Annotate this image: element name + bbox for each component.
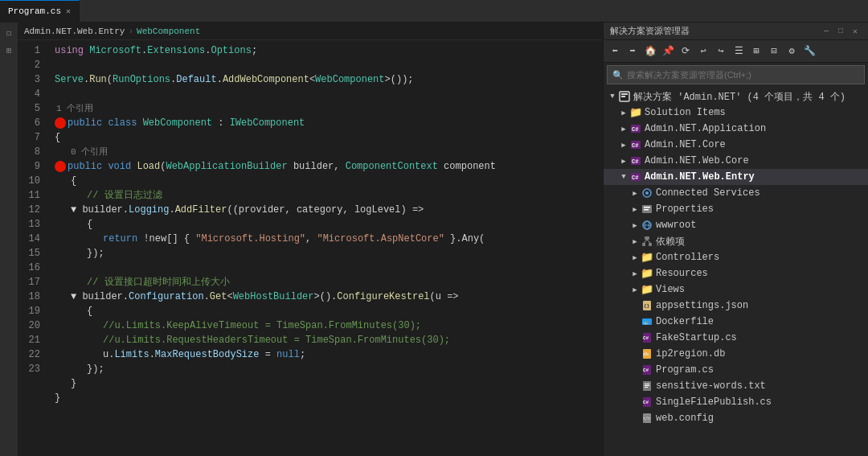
cs-project-icon-core: C# [629,138,642,151]
tree-item-program-cs[interactable]: C# Program.cs [604,362,868,378]
tree-arrow-admin-net-web-core[interactable] [618,155,629,166]
code-line-23: } [51,391,603,405]
se-tool-undo[interactable]: ↩ [695,43,711,60]
tree-label-dependencies: 依赖项 [656,235,685,249]
se-tool-view1[interactable]: ☰ [731,43,747,60]
tree-item-admin-net-app[interactable]: C# Admin.NET.Application [604,121,868,137]
svg-text:C#: C# [643,335,649,341]
svg-rect-15 [644,209,649,211]
tree-item-admin-net-web-core[interactable]: C# Admin.NET.Web.Core [604,153,868,169]
tree-item-controllers[interactable]: 📁 Controllers [604,249,868,265]
svg-text:C#: C# [643,400,649,405]
tree-item-resources[interactable]: 📁 Resources [604,265,868,281]
tree-arrow-solution[interactable] [607,91,618,102]
tree-item-single-file-publish[interactable]: C# SingleFilePublish.cs [604,394,868,410]
tree-arrow-admin-net-core[interactable] [618,139,629,150]
tree-arrow-controllers[interactable] [629,252,641,263]
tree-arrow-resources[interactable] [629,268,641,279]
se-btn-maximize[interactable]: □ [834,25,847,38]
tree-label-program-cs: Program.cs [656,364,714,376]
tree-item-solution[interactable]: 解决方案 'Admin.NET' (4 个项目，共 4 个) [604,88,868,105]
se-tool-forward[interactable]: ➡ [624,43,641,60]
tree-item-admin-net-web-entry[interactable]: C# Admin.NET.Web.Entry [604,169,868,185]
tree-arrow-properties[interactable] [629,203,641,215]
cs-file-icon-program: C# [641,364,653,376]
tree-arrow-wwwroot[interactable] [629,220,641,231]
tree-item-admin-net-core[interactable]: C# Admin.NET.Core [604,137,868,153]
tree-item-connected-services[interactable]: Connected Services [604,185,868,201]
activity-icon-1[interactable]: ◻ [2,26,16,40]
se-tree[interactable]: 解决方案 'Admin.NET' (4 个项目，共 4 个) 📁 Solutio… [604,87,868,456]
token: component [438,159,496,174]
tree-item-wwwroot[interactable]: wwwroot [604,217,868,233]
tab-close-btn[interactable]: ✕ [66,6,71,16]
se-tool-settings[interactable]: ⚙ [784,43,800,60]
line-num-6: 6 [18,116,45,130]
code-line-16: ▼ builder.Configuration.Get<WebHostBuild… [51,290,603,304]
activity-icon-2[interactable]: ⊞ [2,43,16,58]
tree-arrow-solution-items[interactable] [618,107,629,118]
se-tool-view2[interactable]: ⊞ [748,43,764,60]
se-search-bar[interactable]: 🔍 [607,65,865,84]
tree-label-sensitive-words: sensitive-words.txt [656,380,766,392]
se-tool-view3[interactable]: ⊟ [766,43,782,60]
tree-label-views: Views [656,284,685,295]
se-tool-refresh[interactable]: ⟳ [678,43,694,60]
tree-label-properties: Properties [656,203,714,215]
json-icon: {} [641,299,653,312]
tree-item-sensitive-words[interactable]: sensitive-words.txt [604,378,868,394]
tree-arrow-admin-net-app[interactable] [618,123,629,134]
token: using [55,43,89,58]
token: public [68,159,108,174]
code-line-13: }); [51,246,603,261]
config-icon: </> [641,412,653,425]
tree-item-appsettings[interactable]: {} appsettings.json [604,298,868,314]
tree-arrow-dependencies[interactable] [629,236,641,247]
tree-item-dockerfile[interactable]: 🐳 Dockerfile [604,314,868,330]
token: (u => [430,290,459,304]
token: u [55,347,108,362]
se-search-input[interactable] [627,70,772,80]
line-num-14: 14 [18,232,45,246]
token: Configuration [129,290,204,304]
tree-arrow-views[interactable] [629,284,641,295]
se-btn-minimize[interactable]: — [820,25,833,38]
code-line-4 [51,87,603,101]
token: WebComponent [143,116,212,130]
code-line-10: ▼ builder.Logging.AddFilter((provider, c… [51,203,603,217]
tree-arrow-connected-services[interactable] [629,187,641,199]
tree-label-fake-startup: FakeStartup.cs [656,332,737,343]
token: ▼ [55,290,82,304]
se-title: 解决方案资源管理器 [610,25,690,37]
token: Limits [114,347,149,362]
tree-item-dependencies[interactable]: 依赖项 [604,233,868,249]
tree-label-web-config: web.config [656,413,714,424]
se-tool-wrench[interactable]: 🔧 [801,43,817,60]
line-num-21: 21 [18,333,45,347]
se-tool-pin[interactable]: 📌 [660,43,676,60]
token: >(). [314,290,338,304]
tree-item-ip2region[interactable]: db ip2region.db [604,346,868,362]
se-title-controls: — □ ✕ [820,25,862,38]
editor-area: Admin.NET.Web.Entry › WebComponent 1 2 3… [18,23,603,456]
svg-rect-2 [621,96,625,97]
line-num-9: 9 [18,159,45,174]
se-tool-back[interactable]: ⬅ [607,43,623,60]
tree-item-properties[interactable]: Properties [604,201,868,217]
se-tool-redo[interactable]: ↪ [713,43,729,60]
tree-item-web-config[interactable]: </> web.config [604,410,868,426]
code-line-18: //u.Limits.KeepAliveTimeout = TimeSpan.F… [51,318,603,333]
se-btn-close[interactable]: ✕ [849,25,862,38]
se-tool-home[interactable]: 🏠 [642,43,658,60]
tree-arrow-admin-net-web-entry[interactable] [618,171,629,183]
line-num-16: 16 [18,261,45,275]
docker-icon: 🐳 [641,315,653,328]
tree-item-solution-items[interactable]: 📁 Solution Items [604,105,868,121]
token: . [141,43,147,58]
tree-item-fake-startup[interactable]: C# FakeStartup.cs [604,330,868,346]
code-content[interactable]: using Microsoft.Extensions.Options; Serv… [51,40,603,456]
token: ( [107,72,113,87]
svg-text:{}: {} [644,303,650,309]
tab-program-cs[interactable]: Program.cs ✕ [0,0,80,23]
tree-item-views[interactable]: 📁 Views [604,281,868,298]
